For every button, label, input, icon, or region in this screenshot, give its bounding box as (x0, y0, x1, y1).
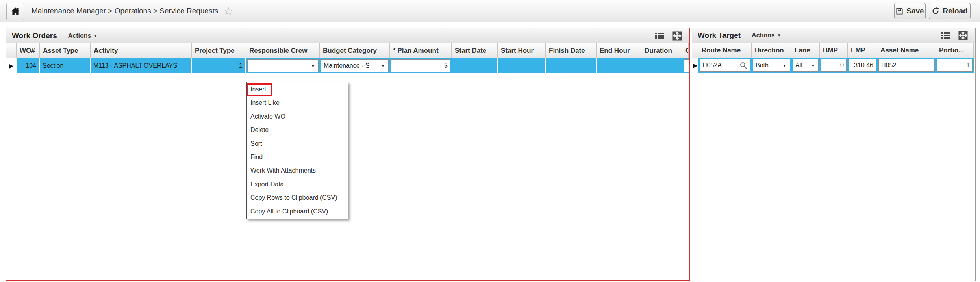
cell-duration[interactable] (641, 58, 682, 73)
menu-item-activate-wo[interactable]: Activate WO (247, 110, 348, 123)
expand-icon[interactable] (958, 30, 968, 41)
menu-item-work-with-attachments[interactable]: Work With Attachments (247, 164, 348, 177)
column-header-label: Direction (755, 43, 784, 58)
menu-item-export-data[interactable]: Export Data (247, 178, 348, 191)
home-button[interactable] (6, 3, 24, 20)
row-selector[interactable]: ▶ (6, 58, 17, 73)
work-target-panel-header: Work Target Actions ▼ (692, 28, 975, 43)
row-marker-arrow-icon: ▶ (9, 63, 14, 69)
column-header-label: Portio... (939, 43, 964, 58)
cell-start-hour[interactable] (498, 58, 546, 73)
cell-end-hour[interactable] (597, 58, 641, 73)
menu-item-copy-rows-to-clipboard-csv[interactable]: Copy Rows to Clipboard (CSV) (247, 191, 348, 204)
column-header-portio[interactable]: Portio... (936, 43, 974, 58)
column-header-label: * Plan Amount (393, 43, 439, 58)
menu-item-label: Copy All to Clipboard (CSV) (250, 208, 328, 215)
cell-finish-date[interactable] (546, 58, 597, 73)
column-header-finish-date[interactable]: Finish Date (546, 43, 597, 58)
row-selector[interactable]: ▶ (692, 58, 698, 73)
magnifier-icon[interactable] (739, 61, 748, 70)
cell-activity[interactable]: M113 - ASPHALT OVERLAYS (91, 58, 192, 73)
cell-bmp[interactable]: 0 (820, 58, 848, 73)
cell-plan-amount[interactable]: 5 (390, 58, 452, 73)
cell-asset-name-input[interactable]: H052 (878, 59, 935, 72)
list-view-icon[interactable] (940, 31, 951, 40)
column-header-direction[interactable]: Direction (752, 43, 791, 58)
input-value: 310.46 (854, 62, 873, 69)
cell-portio[interactable]: 1 (936, 58, 974, 73)
cell-wo[interactable]: 104 (17, 58, 40, 73)
cell-lane-dropdown[interactable]: All▼ (793, 59, 819, 72)
cell-lane[interactable]: All▼ (791, 58, 820, 73)
column-header-label: Asset Name (880, 43, 919, 58)
cell-asset-type[interactable]: Section (40, 58, 91, 73)
column-header-plan-amount[interactable]: * Plan Amount (390, 43, 452, 58)
work-target-title: Work Target (698, 31, 741, 40)
column-header-label: Start Date (455, 43, 486, 58)
column-header-project-type[interactable]: Project Type (192, 43, 246, 58)
cell-emp[interactable]: 310.46 (848, 58, 877, 73)
chevron-down-icon: ▼ (811, 63, 816, 68)
menu-item-insert[interactable]: Insert (247, 83, 348, 96)
cell-emp-input[interactable]: 310.46 (849, 59, 876, 72)
reload-button[interactable]: Reload (929, 3, 971, 19)
actions-label: Actions (752, 32, 775, 39)
chevron-down-icon: ▼ (381, 64, 386, 68)
work-target-panel: Work Target Actions ▼ (692, 28, 976, 281)
cell-responsible-crew[interactable]: ▼ (246, 58, 320, 73)
menu-item-insert-like[interactable]: Insert Like (247, 96, 348, 109)
save-button[interactable]: Save (894, 3, 926, 19)
cell-budget-category[interactable]: Maintenance - S▼ (320, 58, 390, 73)
menu-item-label: Delete (250, 126, 269, 133)
column-header-activity[interactable]: Activity (91, 43, 192, 58)
chevron-down-icon: ▼ (311, 64, 316, 68)
cell-plan-amount-input[interactable]: 5 (391, 59, 450, 72)
star-outline-icon[interactable]: ☆ (224, 6, 233, 16)
cell-route-name-input[interactable]: H052A (700, 59, 750, 72)
column-header-wo[interactable]: WO#▲ (17, 43, 40, 58)
menu-item-sort[interactable]: Sort (247, 137, 348, 150)
list-view-icon[interactable] (654, 31, 665, 41)
column-header-bmp[interactable]: BMP (820, 43, 848, 58)
column-header-start-date[interactable]: Start Date (452, 43, 498, 58)
cell-bmp-input[interactable]: 0 (821, 59, 847, 72)
cell-asset-name[interactable]: H052 (877, 58, 936, 73)
menu-item-find[interactable]: Find (247, 150, 348, 164)
cell-start-date[interactable] (452, 58, 498, 73)
menu-item-copy-all-to-clipboard-csv[interactable]: Copy All to Clipboard (CSV) (247, 205, 348, 218)
column-header-responsible-crew[interactable]: Responsible Crew (246, 43, 320, 58)
column-header-lane[interactable]: Lane (791, 43, 820, 58)
column-header-start-hour[interactable]: Start Hour (498, 43, 546, 58)
home-icon (10, 6, 20, 17)
top-bar: Maintenance Manager > Operations > Servi… (0, 0, 980, 22)
cell-project-type[interactable]: 1 (192, 58, 246, 73)
column-header-label: Budget Category (323, 43, 377, 58)
cell-responsible-crew-dropdown[interactable]: ▼ (247, 59, 319, 72)
column-header-duration[interactable]: Duration (641, 43, 682, 58)
actions-context-menu: InsertInsert LikeActivate WODeleteSortFi… (246, 82, 348, 219)
row-marker-header (692, 43, 698, 58)
expand-icon[interactable] (672, 31, 682, 41)
work-target-actions-menu[interactable]: Actions ▼ (752, 32, 781, 39)
chevron-down-icon: ▼ (777, 33, 781, 37)
column-header-label: Route Name (702, 43, 741, 58)
chevron-down-icon: ▼ (783, 63, 787, 68)
cell-route-name[interactable]: H052A (698, 58, 752, 73)
column-header-route-name[interactable]: Route Name (698, 43, 752, 58)
column-header-end-hour[interactable]: End Hour (597, 43, 641, 58)
column-header-asset-name[interactable]: Asset Name (877, 43, 936, 58)
column-header-label: BMP (823, 43, 838, 58)
cell-budget-category-dropdown[interactable]: Maintenance - S▼ (321, 59, 389, 72)
column-header-c[interactable]: C (682, 43, 689, 58)
work-orders-actions-menu[interactable]: Actions ▼ (68, 32, 98, 39)
column-header-emp[interactable]: EMP (848, 43, 877, 58)
cell-portio-input[interactable]: 1 (937, 59, 973, 72)
cell-direction-dropdown[interactable]: Both▼ (753, 59, 790, 72)
cell-direction[interactable]: Both▼ (752, 58, 791, 73)
cell-c-input[interactable] (684, 59, 689, 72)
column-header-label: WO# (20, 43, 35, 58)
column-header-budget-category[interactable]: Budget Category (320, 43, 390, 58)
menu-item-delete[interactable]: Delete (247, 123, 348, 137)
cell-c[interactable] (682, 58, 689, 73)
column-header-asset-type[interactable]: Asset Type (40, 43, 91, 58)
